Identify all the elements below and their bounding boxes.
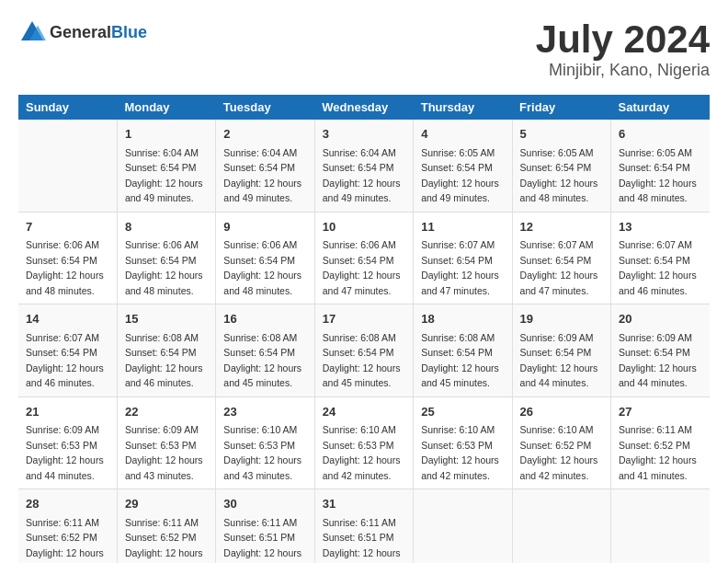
calendar-cell: 15Sunrise: 6:08 AMSunset: 6:54 PMDayligh… xyxy=(117,304,215,397)
calendar-cell: 27Sunrise: 6:11 AMSunset: 6:52 PMDayligh… xyxy=(611,396,710,489)
day-number: 6 xyxy=(619,125,702,144)
cell-info: Sunrise: 6:04 AMSunset: 6:54 PMDaylight:… xyxy=(125,147,203,204)
cell-info: Sunrise: 6:09 AMSunset: 6:53 PMDaylight:… xyxy=(125,424,203,481)
calendar-cell: 19Sunrise: 6:09 AMSunset: 6:54 PMDayligh… xyxy=(512,304,610,397)
day-number: 3 xyxy=(323,125,405,144)
day-number: 20 xyxy=(619,310,702,328)
cell-info: Sunrise: 6:07 AMSunset: 6:54 PMDaylight:… xyxy=(520,239,598,296)
cell-info: Sunrise: 6:07 AMSunset: 6:54 PMDaylight:… xyxy=(421,239,499,296)
day-number: 22 xyxy=(125,403,208,421)
logo-general-text: General xyxy=(50,23,111,41)
cell-info: Sunrise: 6:08 AMSunset: 6:54 PMDaylight:… xyxy=(421,332,499,389)
calendar-cell: 18Sunrise: 6:08 AMSunset: 6:54 PMDayligh… xyxy=(414,304,512,397)
day-number: 27 xyxy=(619,403,702,421)
calendar-cell: 2Sunrise: 6:04 AMSunset: 6:54 PMDaylight… xyxy=(216,120,314,212)
col-tuesday: Tuesday xyxy=(216,95,314,120)
day-number: 24 xyxy=(323,403,405,421)
day-number: 7 xyxy=(26,218,109,236)
day-number: 13 xyxy=(619,218,702,236)
cell-info: Sunrise: 6:10 AMSunset: 6:53 PMDaylight:… xyxy=(421,424,499,481)
cell-info: Sunrise: 6:06 AMSunset: 6:54 PMDaylight:… xyxy=(26,239,104,296)
calendar-cell: 8Sunrise: 6:06 AMSunset: 6:54 PMDaylight… xyxy=(117,212,215,304)
cell-info: Sunrise: 6:05 AMSunset: 6:54 PMDaylight:… xyxy=(619,147,697,204)
day-number: 16 xyxy=(223,310,306,328)
day-number: 5 xyxy=(520,125,603,144)
calendar-cell: 5Sunrise: 6:05 AMSunset: 6:54 PMDaylight… xyxy=(512,120,610,212)
cell-info: Sunrise: 6:05 AMSunset: 6:54 PMDaylight:… xyxy=(520,147,598,204)
logo-blue-text: Blue xyxy=(111,23,147,41)
day-number: 31 xyxy=(323,495,405,513)
calendar-cell xyxy=(512,489,610,563)
calendar-cell: 12Sunrise: 6:07 AMSunset: 6:54 PMDayligh… xyxy=(512,212,610,304)
day-number: 18 xyxy=(421,310,504,328)
calendar-cell: 30Sunrise: 6:11 AMSunset: 6:51 PMDayligh… xyxy=(216,489,314,563)
calendar-cell: 17Sunrise: 6:08 AMSunset: 6:54 PMDayligh… xyxy=(314,304,413,397)
col-friday: Friday xyxy=(512,95,610,120)
day-number: 4 xyxy=(421,125,504,144)
week-row-2: 7Sunrise: 6:06 AMSunset: 6:54 PMDaylight… xyxy=(18,212,710,304)
calendar-cell: 14Sunrise: 6:07 AMSunset: 6:54 PMDayligh… xyxy=(18,304,117,397)
calendar-cell: 9Sunrise: 6:06 AMSunset: 6:54 PMDaylight… xyxy=(216,212,314,304)
cell-info: Sunrise: 6:07 AMSunset: 6:54 PMDaylight:… xyxy=(619,239,697,296)
cell-info: Sunrise: 6:11 AMSunset: 6:52 PMDaylight:… xyxy=(26,517,104,563)
day-number: 12 xyxy=(520,218,603,236)
title-area: July 2024 Minjibir, Kano, Nigeria xyxy=(536,18,710,80)
calendar-cell: 7Sunrise: 6:06 AMSunset: 6:54 PMDaylight… xyxy=(18,212,117,304)
calendar-cell: 26Sunrise: 6:10 AMSunset: 6:52 PMDayligh… xyxy=(512,396,610,489)
cell-info: Sunrise: 6:10 AMSunset: 6:53 PMDaylight:… xyxy=(223,424,301,481)
calendar-cell: 1Sunrise: 6:04 AMSunset: 6:54 PMDaylight… xyxy=(117,120,215,212)
cell-info: Sunrise: 6:06 AMSunset: 6:54 PMDaylight:… xyxy=(223,239,301,296)
cell-info: Sunrise: 6:04 AMSunset: 6:54 PMDaylight:… xyxy=(223,147,301,204)
calendar-cell: 31Sunrise: 6:11 AMSunset: 6:51 PMDayligh… xyxy=(314,489,413,563)
col-thursday: Thursday xyxy=(414,95,512,120)
calendar-cell: 22Sunrise: 6:09 AMSunset: 6:53 PMDayligh… xyxy=(117,396,215,489)
day-number: 14 xyxy=(26,310,109,328)
day-number: 26 xyxy=(520,403,603,421)
cell-info: Sunrise: 6:11 AMSunset: 6:52 PMDaylight:… xyxy=(125,517,203,563)
cell-info: Sunrise: 6:04 AMSunset: 6:54 PMDaylight:… xyxy=(323,147,401,204)
cell-info: Sunrise: 6:06 AMSunset: 6:54 PMDaylight:… xyxy=(323,239,401,296)
day-number: 28 xyxy=(26,495,109,513)
day-number: 25 xyxy=(421,403,504,421)
cell-info: Sunrise: 6:06 AMSunset: 6:54 PMDaylight:… xyxy=(125,239,203,296)
day-number: 23 xyxy=(223,403,306,421)
calendar-cell: 4Sunrise: 6:05 AMSunset: 6:54 PMDaylight… xyxy=(414,120,512,212)
week-row-5: 28Sunrise: 6:11 AMSunset: 6:52 PMDayligh… xyxy=(18,489,710,563)
cell-info: Sunrise: 6:08 AMSunset: 6:54 PMDaylight:… xyxy=(323,332,401,389)
col-sunday: Sunday xyxy=(18,95,117,120)
subtitle: Minjibir, Kano, Nigeria xyxy=(536,61,710,80)
calendar-cell: 13Sunrise: 6:07 AMSunset: 6:54 PMDayligh… xyxy=(611,212,710,304)
calendar-cell: 3Sunrise: 6:04 AMSunset: 6:54 PMDaylight… xyxy=(314,120,413,212)
week-row-1: 1Sunrise: 6:04 AMSunset: 6:54 PMDaylight… xyxy=(18,120,710,212)
calendar-cell: 29Sunrise: 6:11 AMSunset: 6:52 PMDayligh… xyxy=(117,489,215,563)
calendar-cell: 28Sunrise: 6:11 AMSunset: 6:52 PMDayligh… xyxy=(18,489,117,563)
cell-info: Sunrise: 6:08 AMSunset: 6:54 PMDaylight:… xyxy=(125,332,203,389)
calendar-cell xyxy=(611,489,710,563)
main-title: July 2024 xyxy=(536,18,710,61)
calendar-cell: 20Sunrise: 6:09 AMSunset: 6:54 PMDayligh… xyxy=(611,304,710,397)
calendar-cell: 10Sunrise: 6:06 AMSunset: 6:54 PMDayligh… xyxy=(314,212,413,304)
header: GeneralBlue July 2024 Minjibir, Kano, Ni… xyxy=(18,18,710,80)
logo: GeneralBlue xyxy=(18,18,147,46)
cell-info: Sunrise: 6:11 AMSunset: 6:52 PMDaylight:… xyxy=(619,424,697,481)
cell-info: Sunrise: 6:11 AMSunset: 6:51 PMDaylight:… xyxy=(323,517,401,563)
day-number: 1 xyxy=(125,125,208,144)
calendar-cell xyxy=(18,120,117,212)
day-number: 15 xyxy=(125,310,208,328)
cell-info: Sunrise: 6:05 AMSunset: 6:54 PMDaylight:… xyxy=(421,147,499,204)
day-number: 17 xyxy=(323,310,405,328)
col-monday: Monday xyxy=(117,95,215,120)
cell-info: Sunrise: 6:11 AMSunset: 6:51 PMDaylight:… xyxy=(223,517,301,563)
day-number: 29 xyxy=(125,495,208,513)
calendar-cell: 24Sunrise: 6:10 AMSunset: 6:53 PMDayligh… xyxy=(314,396,413,489)
day-number: 30 xyxy=(223,495,306,513)
cell-info: Sunrise: 6:10 AMSunset: 6:52 PMDaylight:… xyxy=(520,424,598,481)
cell-info: Sunrise: 6:08 AMSunset: 6:54 PMDaylight:… xyxy=(223,332,301,389)
calendar-cell: 6Sunrise: 6:05 AMSunset: 6:54 PMDaylight… xyxy=(611,120,710,212)
day-number: 11 xyxy=(421,218,504,236)
calendar-cell: 23Sunrise: 6:10 AMSunset: 6:53 PMDayligh… xyxy=(216,396,314,489)
cell-info: Sunrise: 6:09 AMSunset: 6:54 PMDaylight:… xyxy=(619,332,697,389)
day-number: 9 xyxy=(223,218,306,236)
day-number: 19 xyxy=(520,310,603,328)
week-row-3: 14Sunrise: 6:07 AMSunset: 6:54 PMDayligh… xyxy=(18,304,710,397)
